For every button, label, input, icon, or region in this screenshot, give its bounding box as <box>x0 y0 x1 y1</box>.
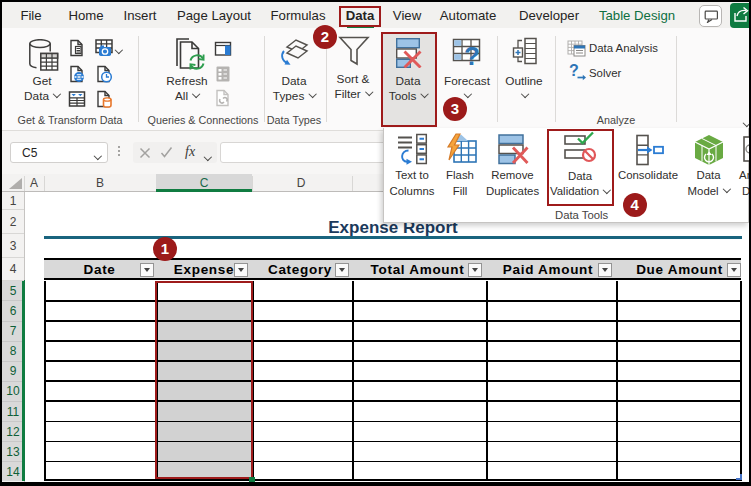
svg-text:?: ? <box>464 41 480 66</box>
svg-text:?: ? <box>569 62 579 79</box>
